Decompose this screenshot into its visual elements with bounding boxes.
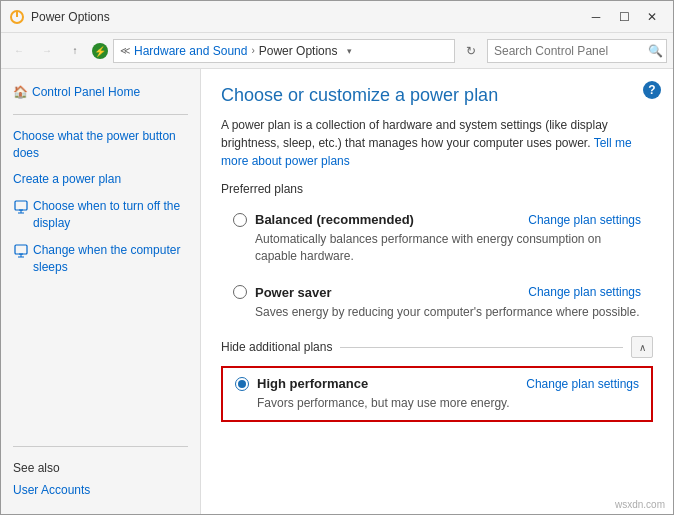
home-icon: 🏠 [13,84,28,101]
svg-rect-4 [15,201,27,210]
main-area: 🏠 Control Panel Home Choose what the pow… [1,69,673,514]
back-button[interactable]: ← [7,39,31,63]
sidebar-link-create-plan[interactable]: Create a power plan [9,168,192,191]
breadcrumb-icon: ⚡ [91,42,109,60]
search-icon[interactable]: 🔍 [648,43,663,59]
plan-power-saver-name-row: Power saver [233,285,332,300]
sidebar-divider2 [13,446,188,447]
minimize-button[interactable]: ─ [583,7,609,27]
plan-high-perf-desc: Favors performance, but may use more ene… [257,395,639,412]
plan-balanced-header: Balanced (recommended) Change plan setti… [233,212,641,227]
sidebar-link-turn-off-display[interactable]: Choose when to turn off the display [9,195,192,235]
svg-rect-8 [15,245,27,254]
sleep-icon [13,243,29,259]
plan-balanced-name-row: Balanced (recommended) [233,212,414,227]
address-bar: ← → ↑ ⚡ ≪ Hardware and Sound › Power Opt… [1,33,673,69]
separator-line [340,347,623,348]
plan-high-perf-radio[interactable] [235,377,249,391]
breadcrumb-bar: ≪ Hardware and Sound › Power Options ▾ [113,39,455,63]
window-title: Power Options [31,10,583,24]
sidebar-divider1 [13,114,188,115]
content-area: ? Choose or customize a power plan A pow… [201,69,673,514]
breadcrumb-power-options: Power Options [259,44,338,58]
search-box: 🔍 [487,39,667,63]
plan-power-saver-radio[interactable] [233,285,247,299]
close-button[interactable]: ✕ [639,7,665,27]
window: Power Options ─ ☐ ✕ ← → ↑ ⚡ ≪ Hardware a… [0,0,674,515]
breadcrumb-hardware-sound[interactable]: Hardware and Sound [134,44,247,58]
plan-power-saver-name: Power saver [255,285,332,300]
breadcrumb-separator: › [251,45,254,56]
up-button[interactable]: ↑ [63,39,87,63]
hide-additional-label: Hide additional plans [221,340,332,354]
maximize-button[interactable]: ☐ [611,7,637,27]
title-bar: Power Options ─ ☐ ✕ [1,1,673,33]
preferred-plans-label: Preferred plans [221,182,653,196]
page-title: Choose or customize a power plan [221,85,653,106]
plan-balanced: Balanced (recommended) Change plan setti… [221,204,653,273]
breadcrumb-sep1: ≪ [120,45,130,56]
see-also-label: See also [9,457,192,479]
content-description: A power plan is a collection of hardware… [221,116,653,170]
plan-high-perf-header: High performance Change plan settings [235,376,639,391]
refresh-button[interactable]: ↻ [459,39,483,63]
svg-text:⚡: ⚡ [94,45,107,58]
plan-power-saver: Power saver Change plan settings Saves e… [221,277,653,329]
plan-balanced-radio[interactable] [233,213,247,227]
sidebar-user-accounts[interactable]: User Accounts [9,479,192,502]
forward-button[interactable]: → [35,39,59,63]
breadcrumb-dropdown-button[interactable]: ▾ [341,39,357,63]
plan-high-perf-name-row: High performance [235,376,368,391]
monitor-icon [13,199,29,215]
plan-high-performance: High performance Change plan settings Fa… [221,366,653,422]
plan-balanced-settings-link[interactable]: Change plan settings [528,213,641,227]
watermark: wsxdn.com [615,499,665,510]
plan-power-saver-desc: Saves energy by reducing your computer's… [255,304,641,321]
sidebar-link-sleep[interactable]: Change when the computer sleeps [9,239,192,279]
plan-power-saver-header: Power saver Change plan settings [233,285,641,300]
plan-high-perf-settings-link[interactable]: Change plan settings [526,377,639,391]
plan-balanced-name: Balanced (recommended) [255,212,414,227]
plan-balanced-desc: Automatically balances performance with … [255,231,641,265]
sidebar-control-panel-home[interactable]: 🏠 Control Panel Home [9,81,192,104]
plan-power-saver-settings-link[interactable]: Change plan settings [528,285,641,299]
sidebar-link-power-button[interactable]: Choose what the power button does [9,125,192,165]
help-button[interactable]: ? [643,81,661,99]
additional-plans-separator: Hide additional plans ∧ [221,336,653,358]
plan-high-perf-name: High performance [257,376,368,391]
sidebar: 🏠 Control Panel Home Choose what the pow… [1,69,201,514]
window-icon [9,9,25,25]
search-input[interactable] [494,44,644,58]
window-controls: ─ ☐ ✕ [583,7,665,27]
collapse-button[interactable]: ∧ [631,336,653,358]
